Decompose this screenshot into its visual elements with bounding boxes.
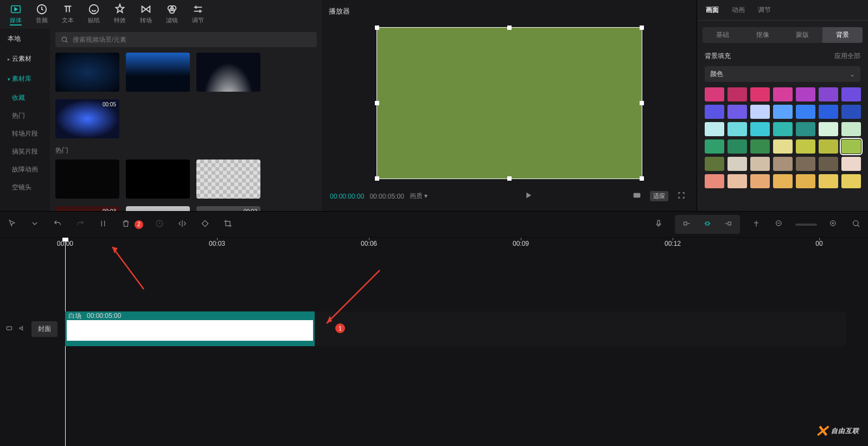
swatch[interactable] bbox=[773, 139, 793, 154]
swatch[interactable] bbox=[841, 139, 861, 154]
handle-t[interactable] bbox=[507, 26, 512, 30]
swatch[interactable] bbox=[796, 87, 815, 101]
swatch[interactable] bbox=[796, 157, 815, 171]
play-button[interactable] bbox=[521, 189, 536, 203]
swatch[interactable] bbox=[705, 87, 724, 101]
swatch[interactable] bbox=[727, 157, 747, 171]
subtab-basic[interactable]: 基础 bbox=[703, 27, 743, 43]
sidebar-item-local[interactable]: 本地 bbox=[0, 29, 50, 49]
tab-text[interactable]: 文本 bbox=[62, 3, 74, 26]
handle-r[interactable] bbox=[640, 101, 644, 105]
swatch[interactable] bbox=[796, 105, 815, 119]
handle-tl[interactable] bbox=[375, 26, 379, 30]
tab-filter[interactable]: 滤镜 bbox=[166, 3, 178, 26]
apply-all-button[interactable]: 应用全部 bbox=[834, 52, 860, 61]
search-box[interactable] bbox=[55, 32, 317, 47]
sidebar-sub-hot[interactable]: 热门 bbox=[0, 107, 50, 125]
swatch[interactable] bbox=[819, 105, 838, 119]
sidebar-sub-favorite[interactable]: 收藏 bbox=[0, 89, 50, 107]
swatch[interactable] bbox=[796, 122, 815, 136]
tool-undo[interactable] bbox=[51, 217, 64, 232]
thumb-sky-2[interactable] bbox=[126, 53, 190, 92]
swatch[interactable] bbox=[819, 87, 838, 101]
thumb-black-2[interactable] bbox=[126, 160, 190, 199]
tool-split[interactable] bbox=[97, 217, 110, 232]
swatch[interactable] bbox=[819, 174, 838, 188]
swatch[interactable] bbox=[841, 157, 861, 171]
zoom-in[interactable] bbox=[827, 217, 840, 232]
tab-audio[interactable]: 音频 bbox=[36, 3, 48, 26]
swatch[interactable] bbox=[705, 157, 724, 171]
prop-tab-adjust[interactable]: 调节 bbox=[758, 5, 771, 15]
timeline[interactable]: 00:0000:0300:0600:0900:1200 封面 白场 00:00:… bbox=[0, 238, 868, 446]
snap-toggle[interactable] bbox=[750, 217, 763, 232]
handle-bl[interactable] bbox=[375, 176, 379, 181]
thumb-sky-3[interactable] bbox=[196, 53, 260, 92]
bg-fill-select[interactable]: 颜色 bbox=[705, 66, 860, 82]
swatch[interactable] bbox=[841, 105, 861, 119]
tool-mic[interactable] bbox=[652, 217, 665, 232]
swatch[interactable] bbox=[727, 105, 747, 119]
tab-media[interactable]: 媒体 bbox=[10, 3, 22, 26]
tool-redo[interactable] bbox=[74, 217, 87, 232]
sidebar-sub-glitch[interactable]: 故障动画 bbox=[0, 161, 50, 179]
swatch[interactable] bbox=[796, 174, 815, 188]
sidebar-sub-funny[interactable]: 搞笑片段 bbox=[0, 143, 50, 161]
subtab-cutout[interactable]: 抠像 bbox=[743, 27, 783, 43]
swatch[interactable] bbox=[773, 87, 793, 101]
swatch[interactable] bbox=[750, 139, 770, 154]
swatch[interactable] bbox=[727, 174, 747, 188]
handle-l[interactable] bbox=[375, 101, 379, 105]
swatch[interactable] bbox=[705, 122, 724, 136]
handle-br[interactable] bbox=[640, 176, 644, 181]
quality-selector[interactable]: 画质 ▾ bbox=[410, 192, 427, 201]
sidebar-item-library[interactable]: 素材库 bbox=[0, 69, 50, 89]
swatch[interactable] bbox=[705, 174, 724, 188]
swatch[interactable] bbox=[819, 139, 838, 154]
swatch[interactable] bbox=[773, 122, 793, 136]
thumb-sky-1[interactable] bbox=[55, 53, 119, 92]
tab-sticker[interactable]: 贴纸 bbox=[88, 3, 100, 26]
swatch[interactable] bbox=[841, 122, 861, 136]
swatch[interactable] bbox=[727, 122, 747, 136]
sidebar-sub-transition-clip[interactable]: 转场片段 bbox=[0, 125, 50, 143]
swatch[interactable] bbox=[705, 139, 724, 154]
tab-effects[interactable]: 特效 bbox=[114, 3, 126, 26]
track-visibility[interactable] bbox=[5, 324, 13, 334]
thumb-face-2[interactable] bbox=[126, 206, 190, 211]
timeline-ruler[interactable]: 00:0000:0300:0600:0900:1200 bbox=[0, 238, 868, 247]
swatch[interactable] bbox=[750, 87, 770, 101]
swatch[interactable] bbox=[727, 139, 747, 154]
sidebar-item-cloud[interactable]: 云素材 bbox=[0, 49, 50, 69]
swatch[interactable] bbox=[819, 122, 838, 136]
tab-adjust[interactable]: 调节 bbox=[192, 3, 204, 26]
fit-button[interactable]: 适应 bbox=[650, 191, 668, 201]
swatch[interactable] bbox=[773, 174, 793, 188]
swatch[interactable] bbox=[705, 105, 724, 119]
swatch[interactable] bbox=[773, 105, 793, 119]
tool-rotate[interactable] bbox=[199, 217, 212, 232]
swatch[interactable] bbox=[841, 174, 861, 188]
tab-transition[interactable]: 转场 bbox=[140, 3, 152, 26]
thumb-transparent[interactable] bbox=[196, 160, 260, 199]
zoom-out[interactable] bbox=[773, 217, 786, 232]
thumb-black-1[interactable] bbox=[55, 160, 119, 199]
swatch[interactable] bbox=[796, 139, 815, 154]
swatch[interactable] bbox=[750, 157, 770, 171]
track-mute[interactable] bbox=[18, 324, 26, 334]
swatch[interactable] bbox=[750, 174, 770, 188]
tool-pointer-menu[interactable] bbox=[28, 217, 41, 232]
thumb-face-1[interactable]: 00:03 bbox=[55, 206, 119, 211]
snap-left[interactable] bbox=[680, 217, 693, 232]
subtab-background[interactable]: 背景 bbox=[822, 27, 863, 43]
handle-b[interactable] bbox=[507, 176, 512, 181]
swatch[interactable] bbox=[750, 122, 770, 136]
handle-tr[interactable] bbox=[640, 26, 644, 30]
timeline-clip[interactable]: 白场 00:00:05:00 bbox=[65, 311, 315, 346]
fullscreen-button[interactable] bbox=[674, 189, 689, 203]
tool-mirror[interactable] bbox=[176, 217, 189, 232]
thumb-face-3[interactable]: 00:02 bbox=[196, 206, 260, 211]
thumb-nebula[interactable]: 00:05 bbox=[55, 99, 119, 138]
snap-right[interactable] bbox=[722, 217, 735, 232]
swatch[interactable] bbox=[773, 157, 793, 171]
